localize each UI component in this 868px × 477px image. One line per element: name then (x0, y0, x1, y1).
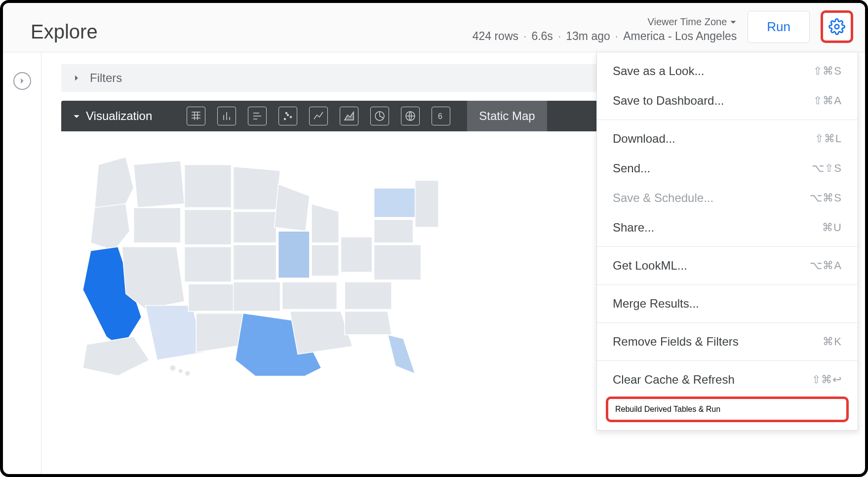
area-icon[interactable] (340, 107, 358, 125)
menu-item-highlighted[interactable]: Rebuild Derived Tables & Run (606, 397, 849, 422)
visualization-label: Visualization (86, 109, 152, 123)
expand-rail-button[interactable] (13, 72, 31, 90)
svg-point-9 (178, 369, 183, 374)
menu-item-shortcut: ⌥⌘S (810, 192, 842, 204)
map-icon[interactable] (401, 107, 420, 125)
settings-dropdown-menu: Save as a Look...⇧⌘SSave to Dashboard...… (596, 52, 858, 431)
pie-icon[interactable] (370, 107, 389, 125)
menu-separator (597, 246, 858, 247)
bar-chart-icon[interactable] (217, 107, 236, 125)
header-bar: Explore Viewer Time Zone 424 rows · 6.6s… (3, 3, 865, 52)
menu-separator (597, 360, 858, 361)
number-icon[interactable]: 6 (432, 107, 450, 125)
viz-type-icons: 6 (182, 107, 455, 125)
horizontal-bar-icon[interactable] (248, 107, 267, 125)
menu-item-shortcut: ⌘U (822, 221, 842, 234)
menu-item-label: Rebuild Derived Tables & Run (615, 405, 720, 413)
filters-label: Filters (90, 71, 122, 85)
svg-point-3 (290, 117, 292, 118)
menu-item-shortcut: ⌥⇧S (812, 162, 842, 175)
caret-down-icon (73, 109, 80, 123)
query-stats: 424 rows · 6.6s · 13m ago · America - Lo… (473, 30, 737, 43)
header-meta: Viewer Time Zone 424 rows · 6.6s · 13m a… (473, 16, 737, 43)
menu-item[interactable]: Share...⌘U (597, 213, 858, 242)
menu-item-label: Remove Fields & Filters (613, 335, 739, 349)
rows-count: 424 rows (473, 30, 518, 43)
svg-point-8 (170, 365, 176, 371)
svg-point-10 (185, 371, 190, 376)
run-button[interactable]: Run (748, 11, 810, 43)
us-map-icon (71, 141, 446, 376)
timezone-value: America - Los Angeles (623, 30, 737, 43)
menu-item[interactable]: Save to Dashboard...⇧⌘A (597, 86, 858, 116)
settings-gear-button[interactable] (821, 10, 853, 43)
menu-separator (597, 284, 858, 285)
menu-item-shortcut: ⇧⌘↩ (812, 373, 842, 386)
caret-right-icon (73, 75, 80, 81)
chevron-down-icon (730, 19, 737, 26)
query-duration: 6.6s (531, 30, 552, 43)
active-viz-label[interactable]: Static Map (467, 101, 547, 131)
svg-point-4 (286, 113, 287, 114)
line-icon[interactable] (309, 107, 328, 125)
left-rail (3, 52, 41, 474)
svg-point-1 (284, 119, 286, 120)
page-title: Explore (31, 21, 98, 43)
svg-point-0 (835, 25, 839, 29)
menu-item-label: Clear Cache & Refresh (613, 373, 735, 387)
menu-item[interactable]: Send...⌥⇧S (597, 154, 858, 183)
svg-text:6: 6 (438, 112, 442, 120)
chevron-right-icon (19, 78, 26, 84)
menu-item-shortcut: ⌘K (823, 335, 842, 348)
scatter-icon[interactable] (278, 107, 297, 125)
menu-item-label: Save as a Look... (613, 64, 704, 78)
menu-item-shortcut: ⇧⌘L (815, 132, 842, 145)
query-age: 13m ago (566, 30, 610, 43)
menu-item[interactable]: Download...⇧⌘L (597, 124, 858, 154)
timezone-label: Viewer Time Zone (647, 16, 727, 28)
table-icon[interactable] (187, 107, 205, 125)
menu-item[interactable]: Clear Cache & Refresh⇧⌘↩ (597, 365, 858, 395)
menu-item[interactable]: Remove Fields & Filters⌘K (597, 327, 858, 357)
menu-item[interactable]: Save as a Look...⇧⌘S (597, 56, 858, 86)
menu-item-label: Merge Results... (613, 297, 699, 311)
menu-item-label: Share... (613, 221, 654, 235)
menu-separator (597, 322, 858, 323)
gear-icon (829, 18, 845, 35)
menu-item-label: Send... (613, 161, 650, 175)
header-right: Viewer Time Zone 424 rows · 6.6s · 13m a… (473, 10, 853, 43)
menu-item-label: Get LookML... (613, 259, 687, 273)
menu-item-shortcut: ⇧⌘S (813, 65, 842, 78)
menu-item[interactable]: Merge Results... (597, 289, 858, 318)
menu-item-shortcut: ⌥⌘A (810, 259, 842, 272)
menu-item-label: Save to Dashboard... (613, 94, 724, 108)
menu-item-label: Download... (613, 132, 675, 146)
timezone-selector[interactable]: Viewer Time Zone (647, 16, 737, 28)
menu-item: Save & Schedule...⌥⌘S (597, 183, 858, 213)
svg-point-2 (287, 115, 289, 116)
menu-item[interactable]: Get LookML...⌥⌘A (597, 251, 858, 280)
menu-item-shortcut: ⇧⌘A (813, 94, 842, 107)
menu-item-label: Save & Schedule... (613, 191, 713, 205)
menu-separator (597, 119, 858, 120)
